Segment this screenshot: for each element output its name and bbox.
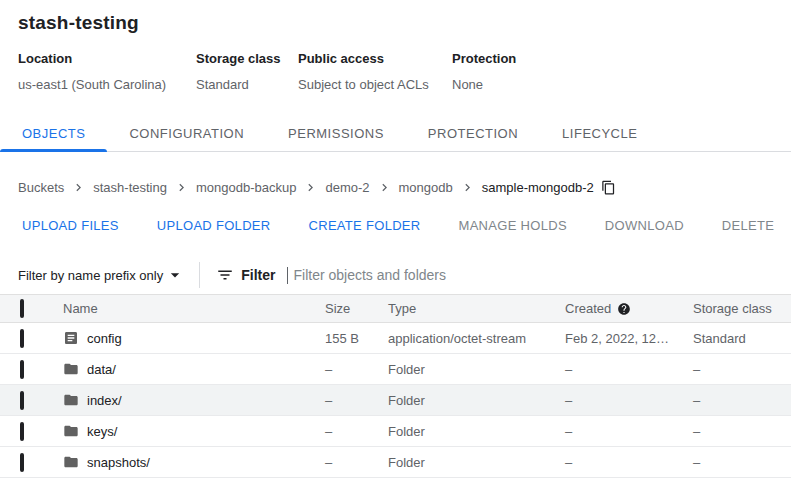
filter-list-icon bbox=[216, 266, 234, 284]
folder-icon bbox=[63, 392, 79, 408]
folder-icon bbox=[63, 423, 79, 439]
vertical-divider bbox=[199, 262, 200, 288]
cell-size: – bbox=[325, 424, 388, 439]
meta-public-access: Public access Subject to object ACLs bbox=[298, 51, 452, 92]
cell-type: Folder bbox=[388, 362, 565, 377]
column-header-created-label: Created bbox=[565, 301, 611, 316]
breadcrumb-mongodb[interactable]: mongodb bbox=[399, 180, 453, 195]
cell-created: – bbox=[565, 455, 693, 470]
column-header-name: Name bbox=[63, 301, 325, 316]
row-checkbox[interactable] bbox=[20, 360, 24, 379]
column-header-size: Size bbox=[325, 301, 388, 316]
tab-objects[interactable]: OBJECTS bbox=[0, 115, 107, 151]
cell-created: – bbox=[565, 362, 693, 377]
cell-storage-class: Standard bbox=[693, 331, 791, 346]
tab-configuration[interactable]: CONFIGURATION bbox=[107, 115, 266, 151]
arrow-drop-down-icon bbox=[165, 265, 185, 285]
column-header-type: Type bbox=[388, 301, 565, 316]
cell-size: – bbox=[325, 362, 388, 377]
table-row: index/ – Folder – – bbox=[0, 385, 791, 416]
bucket-header: stash-testing Location us-east1 (South C… bbox=[0, 0, 791, 92]
chevron-right-icon bbox=[377, 180, 392, 195]
object-name-link[interactable]: snapshots/ bbox=[87, 455, 150, 470]
object-name-link[interactable]: keys/ bbox=[87, 424, 117, 439]
row-checkbox[interactable] bbox=[20, 391, 24, 410]
chevron-right-icon bbox=[174, 180, 189, 195]
cell-type: Folder bbox=[388, 393, 565, 408]
row-checkbox[interactable] bbox=[20, 329, 24, 348]
chevron-right-icon bbox=[71, 180, 86, 195]
cell-size: – bbox=[325, 455, 388, 470]
filter-bar: Filter by name prefix only Filter bbox=[0, 258, 791, 292]
delete-button[interactable]: DELETE bbox=[722, 218, 774, 233]
meta-storage-class: Storage class Standard bbox=[196, 51, 298, 92]
object-actions-toolbar: UPLOAD FILES UPLOAD FOLDER CREATE FOLDER… bbox=[0, 195, 791, 233]
cell-storage-class: – bbox=[693, 424, 791, 439]
page-title: stash-testing bbox=[18, 12, 771, 34]
tab-bar: OBJECTS CONFIGURATION PERMISSIONS PROTEC… bbox=[0, 115, 791, 152]
text-caret bbox=[287, 267, 288, 284]
help-icon[interactable] bbox=[617, 302, 631, 316]
cell-type: Folder bbox=[388, 455, 565, 470]
object-name-link[interactable]: data/ bbox=[87, 362, 116, 377]
breadcrumb-current: sample-mongodb-2 bbox=[482, 180, 594, 195]
object-name-link[interactable]: index/ bbox=[87, 393, 122, 408]
breadcrumb-stash-testing[interactable]: stash-testing bbox=[93, 180, 167, 195]
table-header-row: Name Size Type Created Storage class bbox=[0, 295, 791, 323]
row-checkbox[interactable] bbox=[20, 422, 24, 441]
select-all-checkbox[interactable] bbox=[20, 299, 24, 318]
tab-protection[interactable]: PROTECTION bbox=[406, 115, 540, 151]
table-row: keys/ – Folder – – bbox=[0, 416, 791, 447]
cell-created: – bbox=[565, 393, 693, 408]
download-button[interactable]: DOWNLOAD bbox=[605, 218, 684, 233]
meta-value: Standard bbox=[196, 77, 298, 92]
breadcrumb-demo-2[interactable]: demo-2 bbox=[325, 180, 369, 195]
meta-location: Location us-east1 (South Carolina) bbox=[18, 51, 196, 92]
file-icon bbox=[63, 330, 79, 346]
table-row: data/ – Folder – – bbox=[0, 354, 791, 385]
objects-table: Name Size Type Created Storage class con… bbox=[0, 294, 791, 478]
meta-protection: Protection None bbox=[452, 51, 516, 92]
filter-scope-label: Filter by name prefix only bbox=[18, 268, 163, 283]
table-row: config 155 B application/octet-stream Fe… bbox=[0, 323, 791, 354]
meta-value: Subject to object ACLs bbox=[298, 77, 452, 92]
cell-size: 155 B bbox=[325, 331, 388, 346]
cell-created: – bbox=[565, 424, 693, 439]
meta-value: None bbox=[452, 77, 516, 92]
tab-lifecycle[interactable]: LIFECYCLE bbox=[540, 115, 659, 151]
meta-value: us-east1 (South Carolina) bbox=[18, 77, 196, 92]
breadcrumb-mongodb-backup[interactable]: mongodb-backup bbox=[196, 180, 296, 195]
cell-type: Folder bbox=[388, 424, 565, 439]
breadcrumb: Buckets stash-testing mongodb-backup dem… bbox=[0, 152, 791, 195]
cell-created: Feb 2, 2022, 12… bbox=[565, 331, 693, 346]
meta-label: Location bbox=[18, 51, 196, 66]
row-checkbox[interactable] bbox=[20, 453, 24, 472]
create-folder-button[interactable]: CREATE FOLDER bbox=[309, 218, 421, 233]
meta-label: Public access bbox=[298, 51, 452, 66]
upload-files-button[interactable]: UPLOAD FILES bbox=[22, 218, 119, 233]
bucket-meta: Location us-east1 (South Carolina) Stora… bbox=[18, 51, 771, 92]
column-header-created: Created bbox=[565, 301, 693, 316]
meta-label: Protection bbox=[452, 51, 516, 66]
tab-permissions[interactable]: PERMISSIONS bbox=[266, 115, 406, 151]
meta-label: Storage class bbox=[196, 51, 298, 66]
content-copy-icon[interactable] bbox=[601, 180, 616, 195]
cell-storage-class: – bbox=[693, 393, 791, 408]
object-name-link[interactable]: config bbox=[87, 331, 122, 346]
chevron-right-icon bbox=[460, 180, 475, 195]
folder-icon bbox=[63, 454, 79, 470]
upload-folder-button[interactable]: UPLOAD FOLDER bbox=[157, 218, 271, 233]
cell-storage-class: – bbox=[693, 455, 791, 470]
column-header-storage-class: Storage class bbox=[693, 301, 791, 316]
chevron-right-icon bbox=[303, 180, 318, 195]
table-row: snapshots/ – Folder – – bbox=[0, 447, 791, 478]
filter-scope-dropdown[interactable]: Filter by name prefix only bbox=[18, 265, 185, 285]
breadcrumb-buckets[interactable]: Buckets bbox=[18, 180, 64, 195]
cell-storage-class: – bbox=[693, 362, 791, 377]
cell-type: application/octet-stream bbox=[388, 331, 565, 346]
folder-icon bbox=[63, 361, 79, 377]
cell-size: – bbox=[325, 393, 388, 408]
manage-holds-button[interactable]: MANAGE HOLDS bbox=[459, 218, 567, 233]
filter-input[interactable] bbox=[293, 267, 791, 283]
filter-label: Filter bbox=[241, 267, 275, 283]
